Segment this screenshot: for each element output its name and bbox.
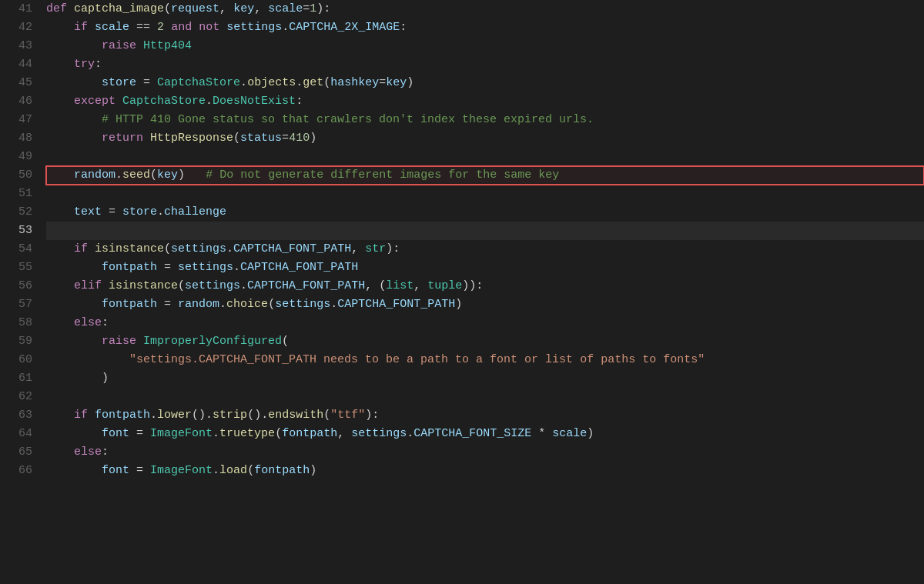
- ln-47: 47: [8, 111, 32, 129]
- ln-48: 48: [8, 129, 32, 148]
- code-line-43: raise Http404: [46, 37, 924, 55]
- code-line-51: [46, 185, 924, 203]
- ln-65: 65: [8, 443, 32, 462]
- code-line-55: fontpath = settings.CAPTCHA_FONT_PATH: [46, 259, 924, 277]
- code-lines: def captcha_image(request, key, scale=1)…: [40, 0, 924, 584]
- ln-49: 49: [8, 148, 32, 166]
- ln-62: 62: [8, 388, 32, 406]
- code-line-60: "settings.CAPTCHA_FONT_PATH needs to be …: [46, 351, 924, 369]
- ln-44: 44: [8, 55, 32, 74]
- code-line-53: [46, 222, 924, 240]
- ln-64: 64: [8, 425, 32, 443]
- code-line-66: font = ImageFont.load(fontpath): [46, 462, 924, 480]
- code-line-46: except CaptchaStore.DoesNotExist:: [46, 92, 924, 111]
- ln-53: 53: [8, 222, 32, 240]
- code-line-42: if scale == 2 and not settings.CAPTCHA_2…: [46, 18, 924, 37]
- code-line-62: [46, 388, 924, 406]
- code-line-65: else:: [46, 443, 924, 462]
- ln-56: 56: [8, 277, 32, 295]
- code-line-50: random.seed(key) # Do not generate diffe…: [46, 166, 924, 185]
- code-line-52: text = store.challenge: [46, 203, 924, 222]
- code-line-44: try:: [46, 55, 924, 74]
- ln-45: 45: [8, 74, 32, 92]
- ln-58: 58: [8, 314, 32, 332]
- ln-43: 43: [8, 37, 32, 55]
- ln-50: 50: [8, 166, 32, 185]
- code-line-48: return HttpResponse(status=410): [46, 129, 924, 148]
- ln-66: 66: [8, 462, 32, 480]
- code-line-45: store = CaptchaStore.objects.get(hashkey…: [46, 74, 924, 92]
- ln-60: 60: [8, 351, 32, 369]
- ln-63: 63: [8, 406, 32, 425]
- code-line-57: fontpath = random.choice(settings.CAPTCH…: [46, 295, 924, 314]
- code-line-49: [46, 148, 924, 166]
- code-line-59: raise ImproperlyConfigured(: [46, 332, 924, 351]
- ln-54: 54: [8, 240, 32, 259]
- ln-41: 41: [8, 0, 32, 18]
- code-editor: 41 42 43 44 45 46 47 48 49 50 51 52 53 5…: [0, 0, 924, 584]
- code-line-41: def captcha_image(request, key, scale=1)…: [46, 0, 924, 18]
- code-line-63: if fontpath.lower().strip().endswith("tt…: [46, 406, 924, 425]
- code-line-56: elif isinstance(settings.CAPTCHA_FONT_PA…: [46, 277, 924, 295]
- code-line-54: if isinstance(settings.CAPTCHA_FONT_PATH…: [46, 240, 924, 259]
- code-line-58: else:: [46, 314, 924, 332]
- line-numbers: 41 42 43 44 45 46 47 48 49 50 51 52 53 5…: [0, 0, 40, 584]
- ln-57: 57: [8, 295, 32, 314]
- ln-61: 61: [8, 369, 32, 388]
- ln-51: 51: [8, 185, 32, 203]
- ln-59: 59: [8, 332, 32, 351]
- code-line-61: ): [46, 369, 924, 388]
- code-line-64: font = ImageFont.truetype(fontpath, sett…: [46, 425, 924, 443]
- ln-42: 42: [8, 18, 32, 37]
- ln-52: 52: [8, 203, 32, 222]
- ln-55: 55: [8, 259, 32, 277]
- ln-46: 46: [8, 92, 32, 111]
- code-line-47: # HTTP 410 Gone status so that crawlers …: [46, 111, 924, 129]
